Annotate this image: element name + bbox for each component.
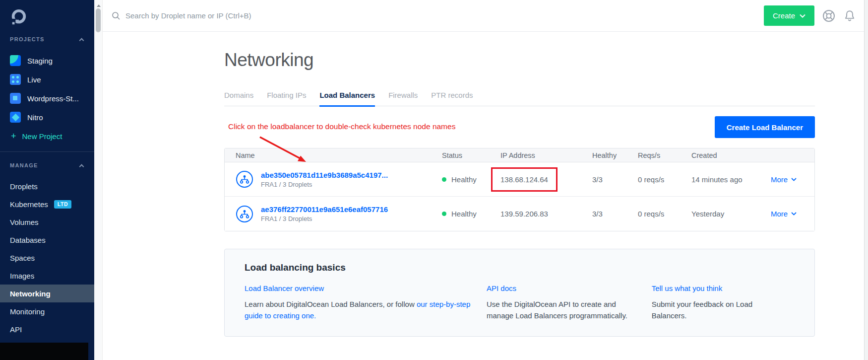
search-icon <box>112 11 121 20</box>
feedback-link[interactable]: Tell us what you think <box>652 284 723 292</box>
manage-section-header[interactable]: MANAGE <box>0 162 94 168</box>
scroll-up-arrow-icon[interactable] <box>97 2 101 7</box>
sidebar-manage-item[interactable]: Kubernetes LTD <box>0 195 94 213</box>
manage-item-label: Kubernetes <box>10 200 48 209</box>
project-label: Wordpress-St... <box>27 94 79 103</box>
column-header-status: Status <box>442 151 500 159</box>
sidebar-project-item[interactable]: Nitro <box>0 108 94 127</box>
ltd-badge: LTD <box>54 200 71 209</box>
project-label: Staging <box>27 57 53 65</box>
chevron-down-icon <box>800 14 806 18</box>
projects-list: Staging Live Wordpress-St... Nitro <box>0 51 94 127</box>
load-balancer-region-droplets: FRA1 / 3 Droplets <box>261 181 388 188</box>
sidebar-project-item[interactable]: Staging <box>0 51 94 70</box>
plus-icon: + <box>11 131 16 142</box>
new-project-button[interactable]: + New Project <box>0 127 94 145</box>
project-icon <box>10 74 21 85</box>
page-title: Networking <box>224 50 815 71</box>
tab[interactable]: Load Balancers <box>319 91 375 106</box>
project-icon <box>10 112 21 123</box>
chevron-up-icon <box>79 38 84 43</box>
load-balancer-icon <box>236 170 253 188</box>
api-docs-text: Use the DigitalOcean API to create and m… <box>487 299 637 321</box>
sidebar-manage-item[interactable]: Images <box>0 267 94 285</box>
networking-tabs: Domains Floating IPs Load Balancers Fire… <box>224 91 815 106</box>
main-area: Create Networking Domains Floating IPs <box>103 0 864 360</box>
networking-page: Networking Domains Floating IPs Load Bal… <box>224 50 815 337</box>
sidebar-scrollbar[interactable] <box>94 0 103 360</box>
api-docs-link[interactable]: API docs <box>487 284 516 292</box>
load-balancer-region-droplets: FRA1 / 3 Droplets <box>261 215 388 222</box>
load-balancer-row[interactable]: abe350e05781d11e9b3689a5c4197... FRA1 / … <box>225 162 814 197</box>
new-project-label: New Project <box>22 132 62 141</box>
project-label: Nitro <box>27 113 43 122</box>
healthy-count: 3/3 <box>592 175 638 184</box>
scrollbar-thumb[interactable] <box>96 8 101 32</box>
tab[interactable]: Domains <box>224 91 253 106</box>
manage-item-label: Droplets <box>10 182 38 191</box>
feedback-text: Submit your feedback on Load Balancers. <box>652 299 780 321</box>
more-label: More <box>771 175 788 184</box>
chevron-down-icon <box>791 178 797 181</box>
projects-section-header[interactable]: PROJECTS <box>0 36 94 42</box>
manage-list: Droplets Kubernetes LTD Volumes Database… <box>0 177 94 338</box>
sidebar-divider <box>0 151 94 152</box>
column-header-ip: IP Address <box>500 151 592 159</box>
help-lifebuoy-icon[interactable] <box>822 9 836 23</box>
overview-text: Learn about DigitalOcean Load Balancers,… <box>245 300 417 308</box>
load-balancer-name-link[interactable]: abe350e05781d11e9b3689a5c4197... <box>261 171 388 179</box>
chevron-down-icon <box>791 212 797 216</box>
sidebar-manage-item[interactable]: Volumes <box>0 213 94 231</box>
top-bar: Create <box>103 0 864 32</box>
search-bar[interactable] <box>112 11 764 20</box>
load-balancer-row[interactable]: ae376ff22770011e9a651e6eaf057716 FRA1 / … <box>225 197 814 231</box>
load-balancer-overview-link[interactable]: Load Balancer overview <box>245 284 324 292</box>
create-button[interactable]: Create <box>764 5 814 26</box>
sidebar-manage-item[interactable]: Networking <box>0 285 94 302</box>
tab[interactable]: PTR records <box>431 91 473 106</box>
red-annotation-text: Click on the loadbalancer to double-chec… <box>228 122 455 131</box>
more-dropdown[interactable]: More <box>771 210 797 218</box>
load-balancer-name-link[interactable]: ae376ff22770011e9a651e6eaf057716 <box>261 205 388 214</box>
toolbar-row: Click on the loadbalancer to double-chec… <box>224 106 815 148</box>
manage-item-label: Images <box>10 272 34 280</box>
create-load-balancer-button[interactable]: Create Load Balancer <box>715 116 815 138</box>
tab[interactable]: Floating IPs <box>267 91 306 106</box>
column-header-healthy: Healthy <box>592 151 638 159</box>
table-body: abe350e05781d11e9b3689a5c4197... FRA1 / … <box>225 162 814 231</box>
sidebar-manage-item[interactable]: Monitoring <box>0 302 94 320</box>
red-annotation-arrow <box>257 135 311 166</box>
project-icon <box>10 55 21 66</box>
created-time: Yesterday <box>691 210 771 218</box>
sidebar-manage-item[interactable]: Droplets <box>0 177 94 195</box>
sidebar-manage-item[interactable]: Spaces <box>0 249 94 267</box>
digitalocean-logo[interactable] <box>10 9 27 26</box>
notifications-bell-icon[interactable] <box>843 9 856 22</box>
sidebar-project-item[interactable]: Live <box>0 70 94 89</box>
tab[interactable]: Firewalls <box>388 91 418 106</box>
sidebar: PROJECTS Staging Live Wordpress-St... Ni… <box>0 0 94 360</box>
table-header-row: Name Status IP Address Healthy Reqs/s Cr… <box>225 148 814 162</box>
sidebar-manage-item[interactable]: Databases <box>0 231 94 249</box>
load-balancer-icon <box>236 205 253 223</box>
projects-header-label: PROJECTS <box>10 36 45 42</box>
load-balancers-table: Name Status IP Address Healthy Reqs/s Cr… <box>224 148 815 231</box>
sidebar-project-item[interactable]: Wordpress-St... <box>0 89 94 108</box>
more-label: More <box>771 210 788 218</box>
more-dropdown[interactable]: More <box>771 175 797 184</box>
column-header-created: Created <box>691 151 771 159</box>
basics-column-overview: Load Balancer overview Learn about Digit… <box>245 284 487 321</box>
basics-column-api: API docs Use the DigitalOcean API to cre… <box>487 284 652 321</box>
basics-title: Load balancing basics <box>245 262 795 273</box>
page-scrollbar[interactable] <box>864 0 868 360</box>
ip-address-value: 138.68.124.64 <box>491 167 558 192</box>
column-header-reqs: Reqs/s <box>638 151 691 159</box>
search-input[interactable] <box>125 11 334 20</box>
manage-header-label: MANAGE <box>10 162 38 168</box>
created-time: 14 minutes ago <box>691 175 771 184</box>
basics-columns: Load Balancer overview Learn about Digit… <box>245 284 795 321</box>
sidebar-manage-item[interactable]: API <box>0 320 94 338</box>
manage-item-label: Volumes <box>10 218 39 226</box>
chevron-up-icon <box>79 164 84 169</box>
healthy-status-dot <box>442 212 446 216</box>
